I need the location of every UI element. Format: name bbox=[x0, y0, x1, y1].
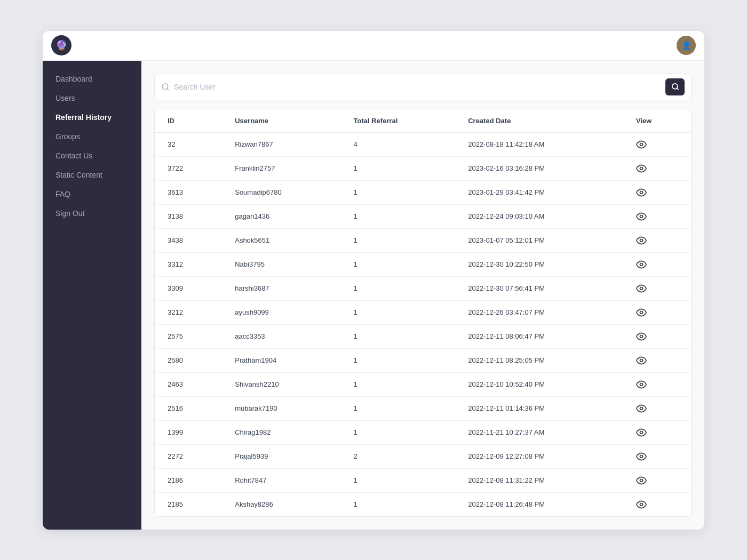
view-icon[interactable] bbox=[636, 403, 678, 414]
table-row: 3438 Ashok5651 1 2023-01-07 05:12:01 PM bbox=[155, 228, 691, 252]
view-icon[interactable] bbox=[636, 283, 678, 294]
cell-view[interactable] bbox=[623, 348, 691, 372]
search-button[interactable] bbox=[665, 78, 685, 95]
sidebar-item-static-content[interactable]: Static Content bbox=[43, 165, 141, 185]
cell-view[interactable] bbox=[623, 300, 691, 324]
svg-point-6 bbox=[640, 191, 642, 194]
view-icon[interactable] bbox=[636, 451, 678, 462]
cell-created-date: 2022-12-10 10:52:40 PM bbox=[455, 372, 623, 396]
table-row: 2516 mubarak7190 1 2022-12-11 01:14:36 P… bbox=[155, 396, 691, 420]
view-icon[interactable] bbox=[636, 163, 678, 174]
cell-view[interactable] bbox=[623, 420, 691, 444]
cell-view[interactable] bbox=[623, 468, 691, 492]
cell-id: 2516 bbox=[155, 396, 222, 420]
view-icon[interactable] bbox=[636, 475, 678, 486]
view-icon[interactable] bbox=[636, 187, 678, 198]
table-body: 32 Rizwan7867 4 2022-08-18 11:42:18 AM 3… bbox=[155, 132, 691, 516]
cell-total-referral: 1 bbox=[341, 228, 456, 252]
cell-view[interactable] bbox=[623, 324, 691, 348]
cell-id: 2272 bbox=[155, 444, 222, 468]
col-id: ID bbox=[155, 109, 222, 133]
logo-icon: 🔮 bbox=[55, 39, 67, 51]
cell-created-date: 2022-11-21 10:27:37 AM bbox=[455, 420, 623, 444]
cell-view[interactable] bbox=[623, 276, 691, 300]
search-input[interactable] bbox=[174, 83, 661, 91]
svg-point-18 bbox=[640, 479, 642, 482]
svg-point-5 bbox=[640, 167, 642, 170]
table-row: 2185 Akshay8286 1 2022-12-08 11:26:48 PM bbox=[155, 492, 691, 516]
sidebar-item-sign-out[interactable]: Sign Out bbox=[43, 204, 141, 223]
view-icon[interactable] bbox=[636, 259, 678, 270]
sidebar-item-dashboard[interactable]: Dashboard bbox=[43, 69, 141, 89]
referral-table: ID Username Total Referral Created Date … bbox=[155, 109, 691, 516]
cell-created-date: 2022-12-11 01:14:36 PM bbox=[455, 396, 623, 420]
cell-total-referral: 4 bbox=[341, 132, 456, 156]
cell-id: 2580 bbox=[155, 348, 222, 372]
sidebar-item-referral-history[interactable]: Referral History bbox=[43, 108, 141, 127]
view-icon[interactable] bbox=[636, 235, 678, 246]
cell-created-date: 2022-12-08 11:31:22 PM bbox=[455, 468, 623, 492]
view-icon[interactable] bbox=[636, 331, 678, 342]
cell-id: 3312 bbox=[155, 252, 222, 276]
cell-id: 3138 bbox=[155, 204, 222, 228]
cell-username: Shivansh2210 bbox=[222, 372, 340, 396]
view-icon[interactable] bbox=[636, 307, 678, 318]
cell-id: 3309 bbox=[155, 276, 222, 300]
view-icon[interactable] bbox=[636, 499, 678, 510]
table-row: 2463 Shivansh2210 1 2022-12-10 10:52:40 … bbox=[155, 372, 691, 396]
cell-created-date: 2022-12-08 11:26:48 PM bbox=[455, 492, 623, 516]
cell-id: 2575 bbox=[155, 324, 222, 348]
cell-view[interactable] bbox=[623, 396, 691, 420]
logo-area: 🔮 bbox=[51, 35, 71, 55]
cell-id: 3613 bbox=[155, 180, 222, 204]
cell-view[interactable] bbox=[623, 228, 691, 252]
cell-total-referral: 1 bbox=[341, 348, 456, 372]
cell-total-referral: 1 bbox=[341, 180, 456, 204]
app-logo: 🔮 bbox=[51, 35, 71, 55]
cell-username: Soumadip6780 bbox=[222, 180, 340, 204]
svg-point-12 bbox=[640, 335, 642, 338]
view-icon[interactable] bbox=[636, 355, 678, 366]
cell-created-date: 2023-02-16 03:16:28 PM bbox=[455, 156, 623, 180]
cell-id: 32 bbox=[155, 132, 222, 156]
user-avatar[interactable]: 👤 bbox=[677, 36, 696, 55]
cell-view[interactable] bbox=[623, 132, 691, 156]
view-icon[interactable] bbox=[636, 139, 678, 150]
sidebar-item-groups[interactable]: Groups bbox=[43, 127, 141, 146]
cell-total-referral: 1 bbox=[341, 204, 456, 228]
sidebar-item-users[interactable]: Users bbox=[43, 89, 141, 108]
table-row: 2186 Rohit7847 1 2022-12-08 11:31:22 PM bbox=[155, 468, 691, 492]
col-username: Username bbox=[222, 109, 340, 133]
cell-view[interactable] bbox=[623, 180, 691, 204]
cell-view[interactable] bbox=[623, 492, 691, 516]
svg-line-1 bbox=[167, 89, 169, 90]
cell-username: Pratham1904 bbox=[222, 348, 340, 372]
cell-id: 2185 bbox=[155, 492, 222, 516]
view-icon[interactable] bbox=[636, 427, 678, 438]
table-row: 2272 Prajal5939 2 2022-12-09 12:27:08 PM bbox=[155, 444, 691, 468]
table-header: ID Username Total Referral Created Date … bbox=[155, 109, 691, 133]
view-icon[interactable] bbox=[636, 211, 678, 222]
cell-total-referral: 1 bbox=[341, 276, 456, 300]
cell-username: Chirag1982 bbox=[222, 420, 340, 444]
cell-created-date: 2022-12-09 12:27:08 PM bbox=[455, 444, 623, 468]
cell-view[interactable] bbox=[623, 156, 691, 180]
cell-created-date: 2022-12-26 03:47:07 PM bbox=[455, 300, 623, 324]
cell-view[interactable] bbox=[623, 372, 691, 396]
svg-point-13 bbox=[640, 359, 642, 362]
sidebar-item-faq[interactable]: FAQ bbox=[43, 185, 141, 204]
content-area: ID Username Total Referral Created Date … bbox=[141, 61, 704, 530]
sidebar-item-contact-us[interactable]: Contact Us bbox=[43, 146, 141, 165]
svg-point-10 bbox=[640, 287, 642, 290]
cell-view[interactable] bbox=[623, 204, 691, 228]
cell-view[interactable] bbox=[623, 252, 691, 276]
view-icon[interactable] bbox=[636, 379, 678, 390]
cell-username: ayush9099 bbox=[222, 300, 340, 324]
cell-view[interactable] bbox=[623, 444, 691, 468]
cell-username: aacc3353 bbox=[222, 324, 340, 348]
cell-total-referral: 2 bbox=[341, 444, 456, 468]
app-container: 🔮 👤 Dashboard Users Referral History Gro… bbox=[43, 31, 704, 530]
cell-id: 1399 bbox=[155, 420, 222, 444]
cell-username: Nabi3795 bbox=[222, 252, 340, 276]
cell-total-referral: 1 bbox=[341, 420, 456, 444]
